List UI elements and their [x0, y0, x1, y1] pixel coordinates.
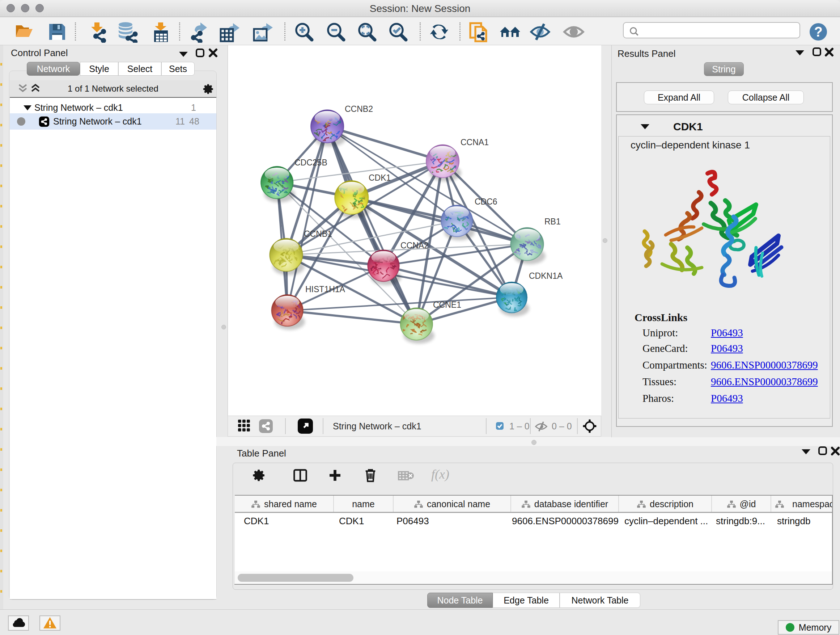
svg-text:CCNB2: CCNB2: [345, 104, 373, 114]
svg-text:HIST1H1A: HIST1H1A: [305, 285, 346, 294]
svg-text:?: ?: [814, 24, 822, 40]
svg-text:CDK1: CDK1: [369, 173, 391, 182]
svg-text:RB1: RB1: [545, 217, 561, 226]
svg-text:CDC6: CDC6: [475, 197, 497, 206]
svg-text:CCNA1: CCNA1: [461, 138, 489, 147]
svg-text:CDKN1A: CDKN1A: [529, 271, 563, 280]
svg-text:CDC25B: CDC25B: [294, 158, 327, 167]
svg-text:CCNE1: CCNE1: [433, 300, 461, 310]
svg-text:CCNA2: CCNA2: [401, 241, 429, 250]
svg-text:CCNB1: CCNB1: [304, 229, 332, 239]
